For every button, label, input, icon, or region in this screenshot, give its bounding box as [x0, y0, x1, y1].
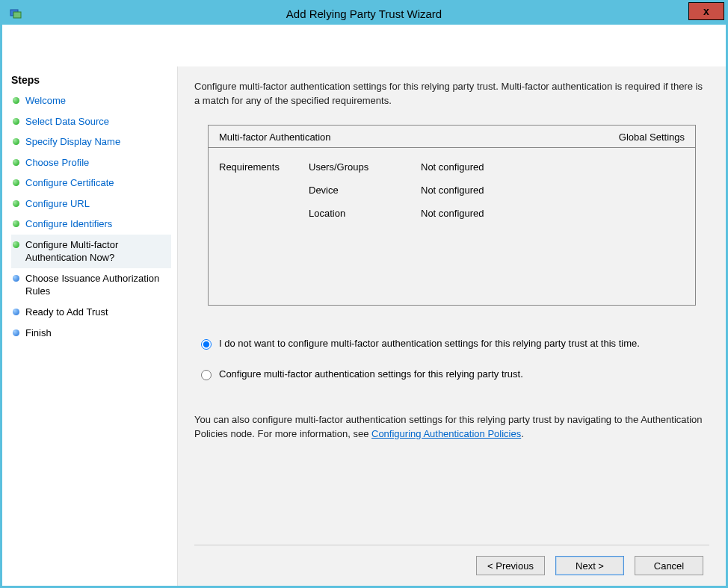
intro-text: Configure multi-factor authentication se…: [194, 80, 709, 108]
step-configure-certificate[interactable]: Configure Certificate: [11, 173, 171, 194]
cancel-button[interactable]: Cancel: [635, 556, 703, 575]
step-welcome[interactable]: Welcome: [11, 90, 171, 111]
mfa-req-name: Users/Groups: [309, 155, 421, 179]
next-button[interactable]: Next >: [555, 556, 624, 575]
mfa-choice-radios: I do not want to configure multi-factor …: [197, 329, 709, 398]
steps-sidebar: Steps WelcomeSelect Data SourceSpecify D…: [2, 66, 177, 586]
header-strip: [2, 25, 726, 66]
step-finish[interactable]: Finish: [11, 323, 171, 344]
mfa-header: Multi-factor Authentication Global Setti…: [209, 126, 695, 148]
mfa-settings-box: Multi-factor Authentication Global Setti…: [208, 125, 696, 306]
radio-configure-mfa-input[interactable]: [201, 370, 212, 380]
step-bullet-icon: [13, 159, 19, 166]
step-label: Configure Identifiers: [25, 217, 112, 231]
titlebar: Add Relying Party Trust Wizard x: [2, 2, 726, 25]
step-choose-issuance-authorization-rules[interactable]: Choose Issuance Authorization Rules: [11, 268, 171, 302]
radio-skip-mfa-label: I do not want to configure multi-factor …: [219, 338, 640, 349]
radio-skip-mfa-input[interactable]: [201, 339, 212, 350]
close-button[interactable]: x: [688, 2, 724, 20]
step-label: Configure Multi-factor Authentication No…: [25, 238, 168, 264]
step-configure-url[interactable]: Configure URL: [11, 194, 171, 214]
svg-rect-1: [13, 12, 21, 18]
footnote-link[interactable]: Configuring Authentication Policies: [371, 428, 521, 439]
step-bullet-icon: [13, 138, 19, 145]
main-panel: Configure multi-factor authentication se…: [177, 66, 726, 586]
step-configure-identifiers[interactable]: Configure Identifiers: [11, 214, 171, 235]
step-bullet-icon: [13, 275, 19, 282]
step-choose-profile[interactable]: Choose Profile: [11, 152, 171, 173]
step-label: Select Data Source: [25, 115, 109, 129]
step-bullet-icon: [13, 220, 19, 227]
step-label: Choose Issuance Authorization Rules: [25, 272, 168, 298]
step-bullet-icon: [13, 200, 19, 207]
steps-heading: Steps: [11, 74, 171, 86]
app-icon: [8, 6, 23, 21]
radio-configure-mfa[interactable]: Configure multi-factor authentication se…: [197, 368, 709, 380]
step-configure-multi-factor-authentication-now: Configure Multi-factor Authentication No…: [11, 235, 171, 268]
step-specify-display-name[interactable]: Specify Display Name: [11, 131, 171, 152]
footnote: You can also configure multi-factor auth…: [194, 413, 709, 442]
mfa-body: Requirements Users/GroupsDeviceLocation …: [209, 148, 695, 232]
step-bullet-icon: [13, 309, 19, 315]
step-bullet-icon: [13, 179, 19, 186]
step-bullet-icon: [13, 329, 19, 336]
mfa-global-settings: Global Settings: [619, 131, 685, 143]
step-bullet-icon: [13, 97, 19, 104]
mfa-req-name: Location: [309, 202, 421, 225]
previous-button[interactable]: < Previous: [476, 556, 545, 575]
mfa-req-name: Device: [309, 179, 421, 202]
mfa-heading: Multi-factor Authentication: [219, 131, 619, 143]
window-title: Add Relying Party Trust Wizard: [2, 7, 726, 20]
requirements-label: Requirements: [219, 155, 309, 179]
step-label: Configure Certificate: [25, 176, 114, 190]
step-select-data-source[interactable]: Select Data Source: [11, 111, 171, 132]
step-bullet-icon: [13, 118, 19, 125]
mfa-req-value: Not configured: [421, 179, 685, 202]
wizard-buttons: < Previous Next > Cancel: [194, 545, 709, 577]
wizard-body: Steps WelcomeSelect Data SourceSpecify D…: [2, 66, 726, 586]
wizard-window: Add Relying Party Trust Wizard x Steps W…: [2, 2, 726, 586]
step-ready-to-add-trust[interactable]: Ready to Add Trust: [11, 302, 171, 323]
mfa-req-value: Not configured: [421, 202, 685, 225]
step-label: Choose Profile: [25, 156, 89, 170]
radio-skip-mfa[interactable]: I do not want to configure multi-factor …: [197, 337, 709, 350]
step-label: Specify Display Name: [25, 135, 120, 149]
footnote-post: .: [521, 428, 524, 439]
step-label: Ready to Add Trust: [25, 306, 108, 319]
step-label: Configure URL: [25, 197, 90, 211]
step-label: Finish: [25, 327, 52, 340]
step-bullet-icon: [13, 241, 19, 248]
mfa-req-value: Not configured: [421, 155, 685, 179]
step-label: Welcome: [25, 94, 66, 108]
radio-configure-mfa-label: Configure multi-factor authentication se…: [219, 368, 523, 380]
